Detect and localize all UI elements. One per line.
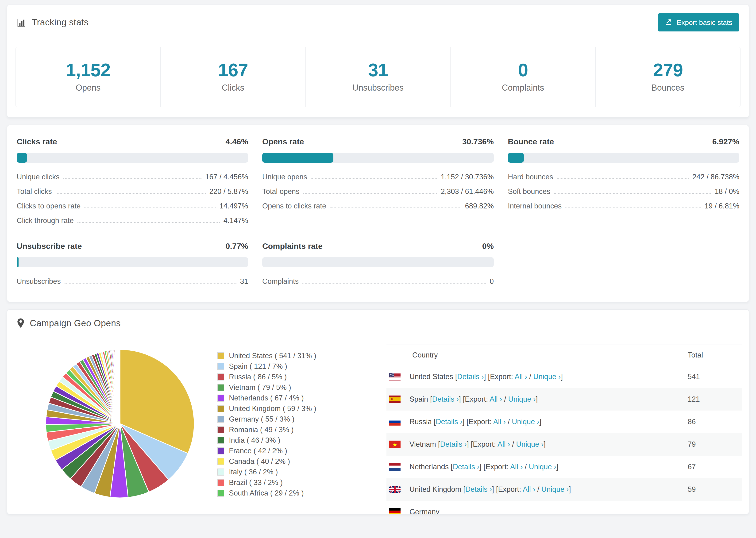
legend-swatch xyxy=(217,363,224,370)
legend-swatch xyxy=(217,426,224,433)
legend-swatch xyxy=(217,468,224,476)
geo-legend: United States ( 541 / 31% ) Spain ( 121 … xyxy=(195,337,387,514)
geo-content: United States ( 541 / 31% ) Spain ( 121 … xyxy=(7,337,749,514)
legend-item: India ( 46 / 3% ) xyxy=(217,435,387,446)
export-unique-link[interactable]: Unique › xyxy=(533,372,561,381)
geo-pie-chart xyxy=(7,337,195,514)
export-unique-link[interactable]: Unique › xyxy=(508,395,536,403)
total-value: 67 xyxy=(688,463,742,471)
opens-rate-bar xyxy=(262,153,494,163)
table-row-united-states: United States [Details ›] [Export: All ›… xyxy=(387,365,742,388)
table-row-netherlands: Netherlands [Details ›] [Export: All › /… xyxy=(387,456,742,478)
netherlands-flag xyxy=(389,463,401,471)
legend-swatch xyxy=(217,395,224,402)
details-link[interactable]: Details › xyxy=(457,372,484,381)
spain-flag xyxy=(389,396,401,403)
export-all-link[interactable]: All › xyxy=(498,440,510,448)
legend-swatch xyxy=(217,373,224,381)
legend-item: United States ( 541 / 31% ) xyxy=(217,350,387,361)
details-link[interactable]: Details › xyxy=(432,395,459,403)
legend-item: Brazil ( 33 / 2% ) xyxy=(217,477,387,488)
export-all-link[interactable]: All › xyxy=(493,418,506,426)
rates-card: Clicks rate 4.46% Unique clicks167 / 4.4… xyxy=(7,125,749,302)
stat-row: Total opens2,303 / 61.446% xyxy=(262,184,494,199)
clicks-rate-title: Clicks rate xyxy=(17,137,57,146)
bounce-rate-value: 6.927% xyxy=(712,137,739,146)
legend-item: Italy ( 36 / 2% ) xyxy=(217,467,387,477)
geo-table: Country Total United States [Details ›] … xyxy=(387,345,742,514)
legend-swatch xyxy=(217,416,224,423)
legend-item: Germany ( 55 / 3% ) xyxy=(217,414,387,424)
legend-swatch xyxy=(217,490,224,497)
unsubscribes-count: 31 xyxy=(306,61,450,79)
stat-row: Click through rate4.147% xyxy=(17,213,248,228)
stats-summary-row: 1,152 Opens 167 Clicks 31 Unsubscribes 0… xyxy=(16,47,740,107)
total-value: 59 xyxy=(688,485,742,494)
export-all-link[interactable]: All › xyxy=(523,485,535,493)
uk-flag xyxy=(389,486,401,493)
legend-swatch xyxy=(217,352,224,359)
table-row-united-kingdom: United Kingdom [Details ›] [Export: All … xyxy=(387,478,742,501)
stat-box-opens: 1,152 Opens xyxy=(16,47,160,107)
export-basic-stats-button[interactable]: Export basic stats xyxy=(658,13,739,31)
pie-chart-svg xyxy=(45,349,195,499)
unsubscribe-rate-title: Unsubscribe rate xyxy=(17,242,82,251)
stat-box-complaints: 0 Complaints xyxy=(450,47,595,107)
complaints-rate-bar xyxy=(262,257,494,267)
details-link[interactable]: Details › xyxy=(436,418,462,426)
stat-row: Internal bounces19 / 6.81% xyxy=(508,199,739,213)
export-unique-link[interactable]: Unique › xyxy=(512,418,539,426)
complaints-rate-panel: Complaints rate 0% Complaints0 xyxy=(262,242,494,289)
export-all-link[interactable]: All › xyxy=(514,372,527,381)
us-flag xyxy=(389,373,401,381)
total-value: 541 xyxy=(688,372,742,381)
stat-row: Unique clicks167 / 4.456% xyxy=(17,170,248,184)
complaints-count: 0 xyxy=(451,61,595,79)
export-icon xyxy=(665,18,673,27)
legend-swatch xyxy=(217,437,224,444)
russia-flag xyxy=(389,418,401,426)
stat-row: Unsubscribes31 xyxy=(17,274,248,289)
legend-item: France ( 42 / 2% ) xyxy=(217,446,387,456)
stat-row: Unique opens1,152 / 30.736% xyxy=(262,170,494,184)
export-unique-link[interactable]: Unique › xyxy=(541,485,569,493)
legend-item: Romania ( 49 / 3% ) xyxy=(217,424,387,435)
complaints-rate-value: 0% xyxy=(482,242,494,251)
details-link[interactable]: Details › xyxy=(465,485,492,493)
tracking-stats-title: Tracking stats xyxy=(17,17,88,27)
opens-rate-title: Opens rate xyxy=(262,137,304,146)
stat-row: Clicks to opens rate14.497% xyxy=(17,199,248,213)
table-row-vietnam: Vietnam [Details ›] [Export: All › / Uni… xyxy=(387,433,742,456)
pie-slice xyxy=(120,350,120,424)
export-unique-link[interactable]: Unique › xyxy=(516,440,544,448)
bar-chart-icon xyxy=(17,18,27,27)
opens-rate-panel: Opens rate 30.736% Unique opens1,152 / 3… xyxy=(262,137,494,228)
legend-item: Spain ( 121 / 7% ) xyxy=(217,361,387,372)
unsubscribe-rate-value: 0.77% xyxy=(226,242,248,251)
export-all-link[interactable]: All › xyxy=(490,395,502,403)
table-row-germany: Germany xyxy=(387,501,742,514)
germany-flag xyxy=(389,508,401,514)
geo-table-header: Country Total xyxy=(387,345,742,365)
details-link[interactable]: Details › xyxy=(453,463,479,471)
export-unique-link[interactable]: Unique › xyxy=(529,463,556,471)
page-title: Tracking stats xyxy=(32,17,88,27)
stat-row: Soft bounces18 / 0% xyxy=(508,184,739,199)
bounce-rate-bar xyxy=(508,153,739,163)
bounces-count: 279 xyxy=(596,61,740,79)
clicks-count: 167 xyxy=(161,61,305,79)
details-link[interactable]: Details › xyxy=(440,440,467,448)
stat-row: Opens to clicks rate689.82% xyxy=(262,199,494,213)
bounce-rate-title: Bounce rate xyxy=(508,137,554,146)
legend-swatch xyxy=(217,458,224,465)
legend-item: Vietnam ( 79 / 5% ) xyxy=(217,382,387,393)
export-all-link[interactable]: All › xyxy=(510,463,523,471)
tracking-stats-header: Tracking stats Export basic stats xyxy=(7,5,749,40)
total-value: 86 xyxy=(688,418,742,426)
legend-swatch xyxy=(217,447,224,455)
table-row-spain: Spain [Details ›] [Export: All › / Uniqu… xyxy=(387,388,742,410)
total-value: 79 xyxy=(688,440,742,449)
geo-title: Campaign Geo Opens xyxy=(17,318,121,328)
opens-count: 1,152 xyxy=(16,61,160,79)
bounce-rate-panel: Bounce rate 6.927% Hard bounces242 / 86.… xyxy=(508,137,739,228)
